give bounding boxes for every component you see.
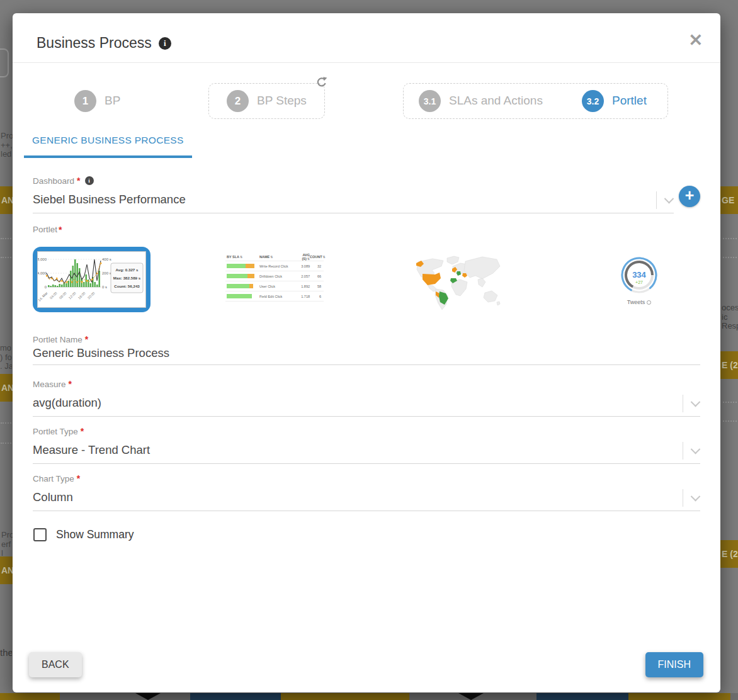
sla-table-header: BY SLA⇅ NAME⇅ AVG (S)⇅ COUNT⇅ xyxy=(225,253,324,261)
background-row-badge: AN xyxy=(0,186,13,214)
sla-table-row: Write Record Click 3.089 32 xyxy=(225,261,324,271)
info-icon[interactable]: i xyxy=(159,37,171,50)
portlet-label: Portlet* xyxy=(33,225,62,235)
dashboard-value[interactable]: Siebel Business Performance xyxy=(33,193,186,206)
measure-value[interactable]: avg(duration) xyxy=(33,396,101,410)
gauge-label: Tweets xyxy=(608,299,671,305)
portlet-name-value[interactable]: Generic Business Process xyxy=(33,346,169,360)
trend-chart-thumbnail: 8,000 4,000 0 400 s 200 s 0 s xyxy=(38,252,144,306)
background-strip xyxy=(536,693,628,700)
background-divider xyxy=(723,402,737,403)
background-row-badge: AN xyxy=(0,556,13,584)
svg-text:12:00: 12:00 xyxy=(68,291,77,300)
portlet-name-input[interactable]: Portlet Name* Generic Business Process xyxy=(33,334,700,365)
chart-type-select[interactable]: Chart Type* Column xyxy=(33,473,700,511)
svg-text:Max: 382.589 s: Max: 382.589 s xyxy=(113,276,141,280)
background-row-badge: E (2 xyxy=(720,540,738,568)
show-summary-label: Show Summary xyxy=(56,528,134,541)
portlet-thumb-world-map[interactable] xyxy=(412,253,502,313)
svg-text:Avg: 0.327 s: Avg: 0.327 s xyxy=(116,268,139,272)
divider xyxy=(683,395,683,412)
trend-chart-preview: 8,000 4,000 0 400 s 200 s 0 s xyxy=(37,251,146,308)
chart-type-value[interactable]: Column xyxy=(33,490,73,504)
divider xyxy=(683,489,683,507)
step-3-1-number: 3.1 xyxy=(419,90,441,112)
business-process-modal: Business Process i ✕ 1 BP 2 BP Steps 3.1… xyxy=(13,13,720,692)
background-row-badge: E (2 xyxy=(720,351,738,379)
background-divider xyxy=(723,421,737,422)
svg-text:334: 334 xyxy=(632,270,646,279)
background-panel-fragment xyxy=(0,48,9,77)
chevron-down-icon[interactable] xyxy=(691,491,701,501)
background-divider xyxy=(1,238,11,239)
svg-text:8,000: 8,000 xyxy=(38,257,47,261)
background-logo-fragment xyxy=(458,693,484,700)
dashboard-label: Dashboard* i xyxy=(33,176,94,186)
portlet-type-dropdown-adorner[interactable] xyxy=(683,442,699,460)
background-logo-fragment xyxy=(135,693,161,700)
svg-text:200 s: 200 s xyxy=(102,271,111,275)
chevron-down-icon[interactable] xyxy=(664,193,674,203)
step-3-1-label: SLAs and Actions xyxy=(449,94,543,108)
show-summary-row: Show Summary xyxy=(33,528,134,541)
background-row-badge: AN xyxy=(0,374,13,402)
background-strip xyxy=(60,693,190,700)
step-2-box[interactable]: 2 BP Steps xyxy=(208,83,325,119)
background-strip xyxy=(730,693,738,700)
svg-text:Count: 56,243: Count: 56,243 xyxy=(114,284,140,288)
measure-dropdown-adorner[interactable] xyxy=(683,395,699,412)
back-button[interactable]: BACK xyxy=(29,652,82,677)
chevron-down-icon[interactable] xyxy=(691,444,701,454)
chevron-down-icon[interactable] xyxy=(691,397,701,407)
dashboard-dropdown-adorner[interactable] xyxy=(656,191,673,209)
chart-type-dropdown-adorner[interactable] xyxy=(683,489,699,507)
svg-text:0 s: 0 s xyxy=(102,285,107,289)
portlet-name-label: Portlet Name* xyxy=(33,334,88,344)
info-icon[interactable]: i xyxy=(85,176,94,185)
portlet-type-value[interactable]: Measure - Trend Chart xyxy=(33,443,150,457)
sla-table-row: Field Edit Click 1.718 6 xyxy=(225,291,324,302)
finish-button[interactable]: FINISH xyxy=(645,652,703,677)
background-row-badge: GE xyxy=(720,186,738,214)
gauge-thumbnail: 334 +27 xyxy=(613,254,666,295)
svg-text:20:00: 20:00 xyxy=(87,291,96,300)
background-divider xyxy=(1,422,11,424)
portlet-thumb-trend-chart-selected[interactable]: 8,000 4,000 0 400 s 200 s 0 s xyxy=(33,247,150,312)
background-text-fragment: Pro++,led xyxy=(1,132,13,159)
portlet-thumb-gauge[interactable]: 334 +27 Tweets xyxy=(608,254,671,313)
add-dashboard-button[interactable]: + xyxy=(679,186,700,207)
sla-table-row: User Click 1.892 58 xyxy=(225,281,324,291)
portlet-type-select[interactable]: Portlet Type* Measure - Trend Chart xyxy=(33,426,700,464)
chart-type-label: Chart Type* xyxy=(33,473,80,483)
background-strip xyxy=(0,693,60,700)
portlet-type-label: Portlet Type* xyxy=(33,426,84,436)
svg-text:08:00: 08:00 xyxy=(59,291,67,300)
svg-text:04:00: 04:00 xyxy=(49,291,58,300)
dashboard-select[interactable]: Dashboard* i Siebel Business Performance xyxy=(33,176,674,213)
tab-generic-business-process[interactable]: GENERIC BUSINESS PROCESS xyxy=(24,135,192,158)
divider xyxy=(683,442,683,460)
step-1-label: BP xyxy=(105,94,120,108)
world-map-thumbnail xyxy=(412,253,502,311)
divider xyxy=(656,191,657,209)
step-1-number: 1 xyxy=(74,90,96,112)
measure-select[interactable]: Measure* avg(duration) xyxy=(33,379,700,417)
background-text-fragment: ocesicResp xyxy=(722,303,738,331)
portlet-thumb-sla-table[interactable]: BY SLA⇅ NAME⇅ AVG (S)⇅ COUNT⇅ Write Reco… xyxy=(225,253,324,303)
step-3-box: 3.1 SLAs and Actions 3.2 Portlet xyxy=(403,83,668,119)
svg-text:+27: +27 xyxy=(635,280,643,285)
step-3-2-label: Portlet xyxy=(612,94,647,108)
background-divider xyxy=(723,257,737,258)
svg-text:4,000: 4,000 xyxy=(38,271,47,275)
background-strip xyxy=(628,693,730,700)
background-strip xyxy=(281,693,409,700)
svg-text:16:00: 16:00 xyxy=(77,291,86,300)
measure-label: Measure* xyxy=(33,379,72,389)
show-summary-checkbox[interactable] xyxy=(33,528,47,541)
background-text-fragment: Proerfl xyxy=(1,531,13,558)
modal-title: Business Process i xyxy=(37,35,171,52)
background-divider xyxy=(1,257,11,258)
close-icon[interactable]: ✕ xyxy=(688,32,703,49)
refresh-icon[interactable] xyxy=(315,76,328,89)
background-divider xyxy=(723,238,737,239)
